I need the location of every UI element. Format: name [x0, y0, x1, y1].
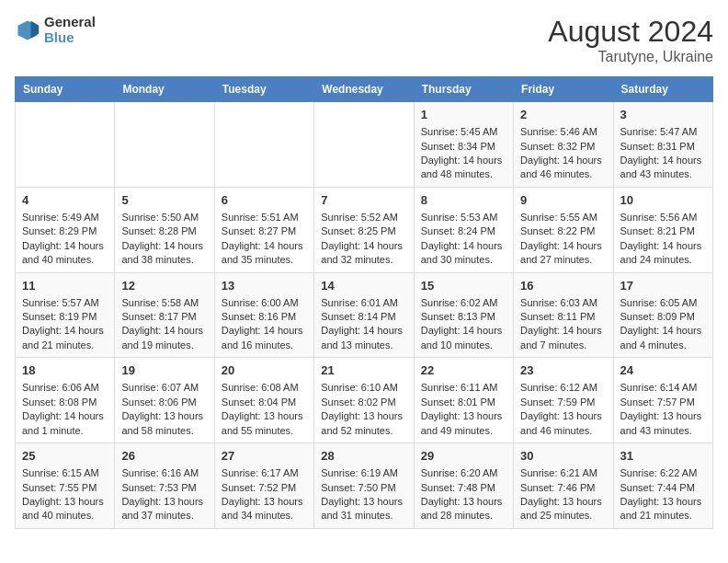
day-info: Sunrise: 6:22 AM: [620, 466, 706, 480]
day-info: Daylight: 14 hours and 35 minutes.: [222, 239, 307, 268]
day-info: Sunset: 8:21 PM: [620, 224, 706, 238]
weekday-row: SundayMondayTuesdayWednesdayThursdayFrid…: [16, 77, 713, 102]
day-info: Sunrise: 6:06 AM: [22, 381, 108, 395]
day-info: Sunrise: 5:55 AM: [520, 211, 606, 224]
calendar-table: SundayMondayTuesdayWednesdayThursdayFrid…: [15, 76, 713, 529]
day-number: 22: [421, 362, 506, 379]
day-info: Daylight: 14 hours and 48 minutes.: [421, 154, 506, 182]
day-number: 10: [620, 192, 706, 209]
calendar-cell: 15Sunrise: 6:02 AMSunset: 8:13 PMDayligh…: [414, 272, 513, 358]
weekday-header-sunday: Sunday: [16, 77, 115, 102]
day-info: Sunset: 7:59 PM: [520, 396, 606, 409]
calendar-cell: 14Sunrise: 6:01 AMSunset: 8:14 PMDayligh…: [314, 272, 414, 358]
day-info: Sunrise: 6:11 AM: [421, 381, 506, 395]
day-number: 29: [421, 448, 506, 465]
day-number: 8: [421, 192, 506, 209]
day-info: Sunrise: 6:10 AM: [321, 381, 406, 395]
day-number: 18: [22, 362, 108, 379]
day-info: Sunset: 7:44 PM: [620, 481, 706, 495]
day-info: Sunrise: 6:12 AM: [520, 381, 606, 395]
calendar-cell: 10Sunrise: 5:56 AMSunset: 8:21 PMDayligh…: [613, 187, 712, 272]
calendar-week-1: 1Sunrise: 5:45 AMSunset: 8:34 PMDaylight…: [16, 102, 713, 188]
day-number: 23: [520, 362, 606, 379]
day-number: 20: [222, 362, 307, 379]
weekday-header-saturday: Saturday: [613, 77, 712, 102]
day-number: 6: [222, 192, 307, 209]
calendar-cell: 22Sunrise: 6:11 AMSunset: 8:01 PMDayligh…: [414, 358, 513, 443]
day-info: Daylight: 13 hours and 52 minutes.: [321, 409, 406, 438]
day-info: Sunset: 7:52 PM: [222, 481, 307, 495]
calendar-cell: 31Sunrise: 6:22 AMSunset: 7:44 PMDayligh…: [613, 443, 712, 529]
day-info: Daylight: 14 hours and 32 minutes.: [321, 239, 406, 268]
day-number: 4: [22, 192, 108, 209]
calendar-cell: 30Sunrise: 6:21 AMSunset: 7:46 PMDayligh…: [514, 443, 613, 529]
calendar-cell: 23Sunrise: 6:12 AMSunset: 7:59 PMDayligh…: [514, 358, 613, 443]
day-info: Sunset: 8:22 PM: [520, 224, 606, 238]
day-info: Sunset: 7:46 PM: [520, 481, 606, 495]
day-info: Sunset: 8:06 PM: [121, 396, 207, 409]
day-info: Sunset: 8:02 PM: [321, 396, 406, 409]
day-info: Sunset: 8:32 PM: [520, 140, 606, 154]
day-number: 14: [321, 278, 406, 294]
day-number: 27: [222, 448, 307, 465]
day-info: Daylight: 13 hours and 25 minutes.: [520, 495, 606, 523]
day-info: Daylight: 13 hours and 49 minutes.: [421, 409, 506, 438]
calendar-week-2: 4Sunrise: 5:49 AMSunset: 8:29 PMDaylight…: [16, 187, 713, 272]
title-area: August 2024 Tarutyne, Ukraine: [548, 15, 713, 65]
day-number: 25: [22, 448, 108, 465]
calendar-cell: 2Sunrise: 5:46 AMSunset: 8:32 PMDaylight…: [514, 102, 613, 188]
day-info: Sunset: 8:16 PM: [222, 310, 307, 324]
calendar-week-5: 25Sunrise: 6:15 AMSunset: 7:55 PMDayligh…: [16, 443, 713, 529]
day-info: Daylight: 13 hours and 43 minutes.: [620, 409, 706, 438]
logo-icon: [15, 17, 40, 43]
day-number: 30: [520, 448, 606, 465]
day-info: Daylight: 14 hours and 38 minutes.: [121, 239, 207, 268]
day-info: Sunrise: 5:53 AM: [421, 211, 506, 224]
day-info: Sunrise: 6:19 AM: [321, 466, 406, 480]
day-info: Daylight: 14 hours and 24 minutes.: [620, 239, 706, 268]
calendar-cell: 16Sunrise: 6:03 AMSunset: 8:11 PMDayligh…: [514, 272, 613, 358]
day-info: Sunrise: 5:45 AM: [421, 125, 506, 139]
calendar-cell: 6Sunrise: 5:51 AMSunset: 8:27 PMDaylight…: [214, 187, 313, 272]
calendar-cell: 25Sunrise: 6:15 AMSunset: 7:55 PMDayligh…: [16, 443, 115, 529]
calendar-week-4: 18Sunrise: 6:06 AMSunset: 8:08 PMDayligh…: [16, 358, 713, 443]
calendar-cell: 27Sunrise: 6:17 AMSunset: 7:52 PMDayligh…: [214, 443, 313, 529]
day-info: Sunset: 8:11 PM: [520, 310, 606, 324]
day-info: Daylight: 13 hours and 58 minutes.: [121, 409, 207, 438]
day-info: Sunrise: 6:02 AM: [421, 296, 506, 310]
day-number: 5: [121, 192, 207, 209]
day-info: Daylight: 14 hours and 30 minutes.: [421, 239, 506, 268]
day-info: Daylight: 14 hours and 21 minutes.: [22, 324, 108, 352]
day-info: Daylight: 13 hours and 46 minutes.: [520, 409, 606, 438]
day-info: Sunset: 8:14 PM: [321, 310, 406, 324]
day-number: 28: [321, 448, 406, 465]
day-info: Daylight: 13 hours and 31 minutes.: [321, 495, 406, 523]
day-number: 21: [321, 362, 406, 379]
day-info: Daylight: 14 hours and 1 minute.: [22, 409, 108, 438]
day-info: Sunrise: 6:03 AM: [520, 296, 606, 310]
day-info: Daylight: 14 hours and 43 minutes.: [620, 154, 706, 182]
day-info: Sunrise: 5:49 AM: [22, 211, 108, 224]
calendar-cell: 18Sunrise: 6:06 AMSunset: 8:08 PMDayligh…: [16, 358, 115, 443]
calendar-cell: 3Sunrise: 5:47 AMSunset: 8:31 PMDaylight…: [613, 102, 712, 188]
calendar-cell: 24Sunrise: 6:14 AMSunset: 7:57 PMDayligh…: [613, 358, 712, 443]
calendar-cell: 9Sunrise: 5:55 AMSunset: 8:22 PMDaylight…: [514, 187, 613, 272]
day-info: Daylight: 14 hours and 27 minutes.: [520, 239, 606, 268]
day-info: Sunset: 8:04 PM: [222, 396, 307, 409]
day-info: Sunrise: 6:15 AM: [22, 466, 108, 480]
day-info: Sunset: 8:24 PM: [421, 224, 506, 238]
day-info: Sunrise: 6:17 AM: [222, 466, 307, 480]
day-number: 13: [222, 278, 307, 294]
day-info: Sunrise: 5:47 AM: [620, 125, 706, 139]
page-subtitle: Tarutyne, Ukraine: [548, 49, 713, 65]
weekday-header-wednesday: Wednesday: [314, 77, 414, 102]
day-info: Sunset: 7:57 PM: [620, 396, 706, 409]
day-info: Sunrise: 6:00 AM: [222, 296, 307, 310]
day-info: Daylight: 13 hours and 55 minutes.: [222, 409, 307, 438]
day-info: Sunrise: 5:46 AM: [520, 125, 606, 139]
day-number: 9: [520, 192, 606, 209]
calendar-cell: 13Sunrise: 6:00 AMSunset: 8:16 PMDayligh…: [214, 272, 313, 358]
day-info: Daylight: 14 hours and 16 minutes.: [222, 324, 307, 352]
calendar-cell: [314, 102, 414, 188]
day-number: 31: [620, 448, 706, 465]
